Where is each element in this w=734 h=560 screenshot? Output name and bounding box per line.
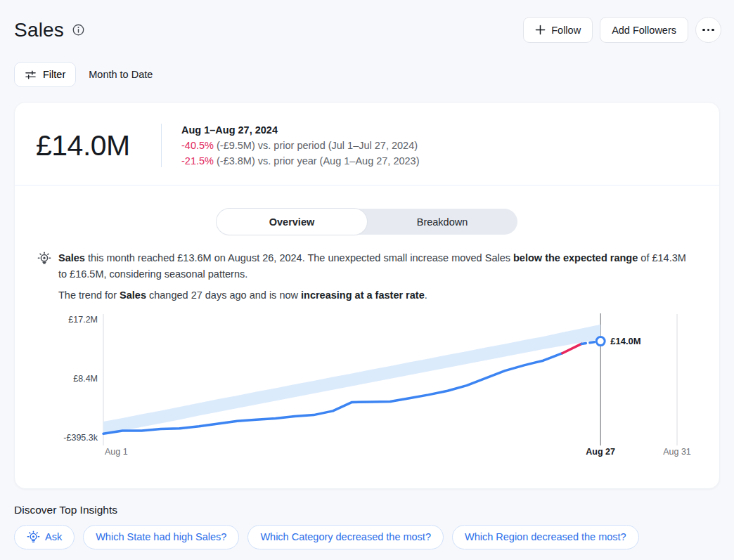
insight-paragraph-1: Sales this month reached £13.6M on Augus…	[58, 250, 687, 282]
period-label: Month to Date	[89, 69, 153, 80]
filter-bar: Filter Month to Date	[0, 43, 734, 87]
svg-text:£14.0M: £14.0M	[610, 336, 640, 346]
discover-title: Discover Top Insights	[14, 504, 720, 516]
kpi-value: £14.0M	[36, 129, 146, 162]
svg-text:Aug 27: Aug 27	[586, 447, 615, 457]
filter-button[interactable]: Filter	[14, 62, 76, 87]
tab-breakdown[interactable]: Breakdown	[367, 209, 517, 235]
sliders-icon	[25, 69, 37, 81]
svg-text:-£395.3k: -£395.3k	[63, 433, 98, 443]
page-title: Sales	[14, 19, 64, 41]
svg-text:£17.2M: £17.2M	[68, 315, 98, 325]
trend-chart[interactable]: £14.0M£17.2M£8.4M-£395.3kAug 1Aug 27Aug …	[15, 304, 719, 488]
tab-overview[interactable]: Overview	[217, 209, 367, 235]
insight-block: Sales this month reached £13.6M on Augus…	[15, 235, 719, 304]
ask-button-label: Ask	[45, 531, 62, 542]
question-pill-state[interactable]: Which State had high Sales?	[83, 525, 239, 549]
follow-button-label: Follow	[551, 25, 581, 36]
info-icon[interactable]	[72, 23, 85, 37]
ask-spotter-icon	[27, 530, 40, 544]
filter-button-label: Filter	[43, 69, 65, 80]
kpi-delta-prior-period: -40.5% (-£9.5M) vs. prior period (Jul 1–…	[181, 138, 420, 153]
view-toggle: Overview Breakdown	[217, 209, 517, 235]
more-options-button[interactable]	[695, 17, 721, 43]
svg-text:Aug 1: Aug 1	[105, 447, 128, 457]
follow-button[interactable]: Follow	[523, 17, 593, 43]
kpi-card: £14.0M Aug 1–Aug 27, 2024 -40.5% (-£9.5M…	[14, 102, 720, 489]
insight-paragraph-2: The trend for Sales changed 27 days ago …	[58, 287, 687, 304]
svg-text:£8.4M: £8.4M	[73, 374, 98, 384]
spotter-icon	[37, 252, 51, 304]
page-header: Sales Follow Add Followers	[0, 0, 734, 43]
add-followers-button-label: Add Followers	[612, 25, 676, 36]
add-followers-button[interactable]: Add Followers	[600, 17, 688, 43]
kpi-summary: £14.0M Aug 1–Aug 27, 2024 -40.5% (-£9.5M…	[15, 103, 719, 185]
kpi-period: Aug 1–Aug 27, 2024	[181, 122, 420, 138]
discover-section: Discover Top Insights Ask Which State ha…	[0, 489, 734, 549]
ask-button[interactable]: Ask	[14, 525, 75, 549]
ellipsis-icon	[702, 29, 714, 32]
question-pill-category[interactable]: Which Category decreased the most?	[247, 525, 444, 549]
trend-chart-svg[interactable]: £14.0M£17.2M£8.4M-£395.3kAug 1Aug 27Aug …	[15, 312, 721, 463]
question-pill-region[interactable]: Which Region decreased the most?	[452, 525, 639, 549]
svg-text:Aug 31: Aug 31	[663, 447, 691, 457]
kpi-delta-prior-year: -21.5% (-£3.8M) vs. prior year (Aug 1–Au…	[181, 153, 420, 169]
kpi-divider	[161, 124, 162, 167]
plus-icon	[535, 25, 546, 35]
